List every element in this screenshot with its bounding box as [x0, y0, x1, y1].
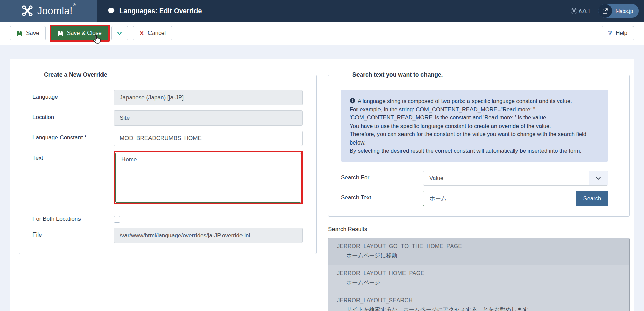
info-box: A language string is composed of two par… [341, 90, 608, 162]
file-label: File [32, 228, 114, 243]
joomla-mark-icon [22, 5, 33, 17]
search-results-heading: Search Results [328, 226, 630, 233]
page-title-area: Languages: Edit Override [108, 0, 202, 22]
language-label: Language [32, 90, 114, 105]
language-constant-label: Language Constant * [32, 131, 114, 146]
search-for-select[interactable]: Value [423, 171, 608, 186]
annotation-highlight-box: Home [114, 151, 303, 204]
cancel-x-icon: ✕ [139, 30, 144, 37]
create-override-fieldset: Create a New Override Language Location … [19, 71, 317, 254]
joomla-logo[interactable]: Joomla!® [0, 0, 97, 22]
joomla-version-icon [571, 8, 577, 14]
for-both-locations-checkbox[interactable] [114, 216, 120, 223]
site-link-label: f-labs.jp [615, 8, 633, 14]
admin-header: Joomla!® Languages: Edit Override 6.0.1 … [0, 0, 644, 22]
location-label: Location [32, 110, 114, 126]
help-question-icon: ? [608, 30, 612, 37]
annotation-highlight-box: Save & Close [50, 25, 110, 42]
save-button[interactable]: Save [10, 26, 46, 40]
search-result-row[interactable]: JERROR_LAYOUT_GO_TO_THE_HOME_PAGE ホームページ… [328, 238, 629, 265]
joomla-logo-text: Joomla!® [37, 5, 76, 17]
info-icon [350, 98, 355, 104]
value-example-link[interactable]: Read more: [484, 114, 515, 120]
search-result-row[interactable]: JERROR_LAYOUT_SEARCH サイトを検索するか、ホームページにアク… [328, 292, 629, 311]
constant-example-link[interactable]: COM_CONTENT_READ_MORE [351, 114, 432, 120]
save-icon [17, 30, 22, 36]
language-field [114, 90, 303, 105]
search-legend: Search text you want to change. [348, 71, 447, 79]
for-both-locations-label: For Both Locations [32, 212, 114, 223]
speech-bubble-icon [108, 7, 115, 15]
create-override-legend: Create a New Override [40, 71, 111, 79]
language-constant-field[interactable] [114, 131, 303, 146]
version-badge: 6.0.1 [571, 8, 590, 14]
search-fieldset: Search text you want to change. A langua… [328, 71, 630, 217]
content-area: Create a New Override Language Location … [10, 59, 634, 311]
text-label: Text [32, 151, 114, 204]
search-text-input[interactable] [423, 191, 576, 206]
search-column: Search text you want to change. A langua… [328, 71, 630, 311]
page-title: Languages: Edit Override [119, 7, 202, 15]
save-and-close-button[interactable]: Save & Close [51, 26, 108, 40]
cancel-button[interactable]: ✕ Cancel [133, 26, 172, 40]
location-field [114, 110, 303, 126]
save-icon [58, 30, 63, 36]
search-result-row[interactable]: JERROR_LAYOUT_HOME_PAGE ホームページ [328, 265, 629, 292]
chevron-down-icon [117, 30, 122, 36]
chevron-down-icon [589, 171, 608, 185]
search-button[interactable]: Search [576, 191, 608, 206]
search-results-list: JERROR_LAYOUT_GO_TO_THE_HOME_PAGE ホームページ… [328, 238, 630, 311]
site-preview-button[interactable]: f-labs.jp [598, 4, 639, 18]
external-link-icon [598, 4, 612, 18]
toolbar: Save Save & Close ✕ Cancel ? Help [0, 22, 644, 45]
save-options-dropdown-button[interactable] [111, 26, 128, 40]
help-button[interactable]: ? Help [602, 26, 634, 40]
override-text-field[interactable]: Home [115, 153, 301, 203]
file-field [114, 228, 303, 243]
search-text-label: Search Text [341, 191, 423, 206]
search-for-label: Search For [341, 171, 423, 186]
